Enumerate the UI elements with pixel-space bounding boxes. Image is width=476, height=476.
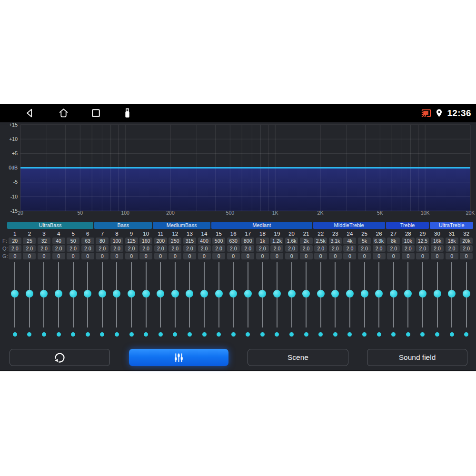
band-number: 28 bbox=[405, 230, 411, 238]
band-gain-value: 0 bbox=[169, 253, 181, 259]
gain-slider[interactable] bbox=[430, 261, 445, 340]
slider-knob[interactable] bbox=[331, 290, 339, 298]
slider-knob[interactable] bbox=[229, 290, 237, 298]
gain-slider[interactable] bbox=[328, 261, 343, 340]
slider-knob[interactable] bbox=[40, 290, 48, 298]
gain-slider[interactable] bbox=[182, 261, 197, 340]
gain-slider[interactable] bbox=[37, 261, 51, 340]
home-icon[interactable] bbox=[58, 107, 69, 119]
gain-slider[interactable] bbox=[357, 261, 372, 340]
gain-slider[interactable] bbox=[270, 261, 285, 340]
scene-button[interactable]: Scene bbox=[248, 349, 348, 366]
band-number: 25 bbox=[361, 230, 367, 238]
recents-icon[interactable] bbox=[90, 107, 102, 119]
band-group-label: UltraTreble bbox=[439, 222, 465, 228]
gain-slider[interactable] bbox=[153, 261, 168, 340]
svg-text:100: 100 bbox=[121, 210, 129, 216]
band-q-value: 2.0 bbox=[38, 245, 50, 252]
gain-slider[interactable] bbox=[313, 261, 328, 340]
band-gain-value: 0 bbox=[227, 253, 240, 259]
slider-knob[interactable] bbox=[390, 290, 397, 298]
gain-slider[interactable] bbox=[80, 261, 95, 340]
gain-slider[interactable] bbox=[386, 261, 401, 340]
slider-knob[interactable] bbox=[463, 290, 470, 298]
slider-knob[interactable] bbox=[11, 290, 19, 298]
slider-min-dot bbox=[57, 332, 61, 337]
gain-slider[interactable] bbox=[211, 261, 226, 340]
slider-knob[interactable] bbox=[302, 290, 310, 298]
slider-min-dot bbox=[347, 332, 352, 337]
gain-slider[interactable] bbox=[139, 261, 153, 340]
svg-text:2K: 2K bbox=[317, 210, 324, 216]
gain-slider[interactable] bbox=[372, 261, 387, 340]
band-column: 191.2k2.00 bbox=[270, 230, 285, 260]
slider-knob[interactable] bbox=[171, 290, 179, 298]
slider-knob[interactable] bbox=[142, 290, 150, 298]
band-gain-value: 0 bbox=[198, 253, 211, 259]
gain-slider[interactable] bbox=[226, 261, 241, 340]
slider-min-dot bbox=[144, 332, 148, 337]
slider-knob[interactable] bbox=[157, 290, 164, 298]
slider-knob[interactable] bbox=[215, 290, 223, 298]
band-number: 22 bbox=[317, 230, 324, 238]
gain-slider[interactable] bbox=[401, 261, 416, 340]
band-gain-value: 0 bbox=[329, 253, 342, 259]
slider-min-dot bbox=[159, 332, 163, 337]
gain-slider[interactable] bbox=[459, 261, 474, 340]
slider-knob[interactable] bbox=[434, 290, 441, 298]
band-q-value: 2.0 bbox=[154, 245, 167, 252]
slider-knob[interactable] bbox=[128, 290, 135, 298]
gain-slider[interactable] bbox=[124, 261, 139, 340]
band-frequency-value: 200 bbox=[154, 238, 167, 244]
slider-knob[interactable] bbox=[375, 290, 383, 298]
slider-knob[interactable] bbox=[55, 290, 62, 298]
gain-slider[interactable] bbox=[299, 261, 314, 340]
gain-slider[interactable] bbox=[241, 261, 256, 340]
slider-knob[interactable] bbox=[317, 290, 325, 298]
slider-min-dot bbox=[100, 332, 104, 337]
band-gain-value: 0 bbox=[285, 253, 298, 259]
slider-knob[interactable] bbox=[113, 290, 120, 298]
gain-slider[interactable] bbox=[66, 261, 80, 340]
gain-slider[interactable] bbox=[8, 261, 22, 340]
band-group-bass: Bass bbox=[94, 222, 152, 229]
band-q-value: 2.0 bbox=[212, 245, 225, 252]
reset-button[interactable] bbox=[10, 349, 110, 366]
equalizer-button[interactable] bbox=[129, 349, 228, 366]
gain-slider[interactable] bbox=[51, 261, 66, 340]
slider-knob[interactable] bbox=[448, 290, 456, 298]
slider-knob[interactable] bbox=[99, 290, 106, 298]
slider-knob[interactable] bbox=[361, 290, 368, 298]
sound-field-button[interactable]: Sound field bbox=[367, 349, 467, 366]
gain-slider[interactable] bbox=[416, 261, 430, 340]
back-icon[interactable] bbox=[24, 107, 36, 119]
slider-knob[interactable] bbox=[419, 290, 426, 298]
slider-knob[interactable] bbox=[200, 290, 208, 298]
slider-knob[interactable] bbox=[346, 290, 354, 298]
gain-slider[interactable] bbox=[197, 261, 212, 340]
slider-knob[interactable] bbox=[69, 290, 77, 298]
slider-knob[interactable] bbox=[288, 290, 296, 298]
gain-slider[interactable] bbox=[168, 261, 183, 340]
curve-fill bbox=[20, 168, 470, 211]
gain-slider[interactable] bbox=[22, 261, 37, 340]
band-frequency-value: 6.3k bbox=[373, 238, 386, 244]
band-number: 17 bbox=[245, 230, 251, 238]
slider-knob[interactable] bbox=[186, 290, 193, 298]
slider-knob[interactable] bbox=[258, 290, 266, 298]
band-column: 3118k2.00 bbox=[445, 230, 459, 260]
slider-knob[interactable] bbox=[273, 290, 281, 298]
gain-slider[interactable] bbox=[95, 261, 110, 340]
gain-slider[interactable] bbox=[284, 261, 299, 340]
band-column: 178002.00 bbox=[241, 230, 256, 260]
gain-slider[interactable] bbox=[255, 261, 270, 340]
slider-knob[interactable] bbox=[26, 290, 33, 298]
gain-slider[interactable] bbox=[343, 261, 357, 340]
gain-slider[interactable] bbox=[445, 261, 459, 340]
slider-knob[interactable] bbox=[84, 290, 91, 298]
svg-text:10K: 10K bbox=[421, 210, 430, 216]
band-q-value: 2.0 bbox=[9, 245, 21, 252]
slider-knob[interactable] bbox=[244, 290, 252, 298]
slider-knob[interactable] bbox=[404, 290, 412, 298]
gain-slider[interactable] bbox=[109, 261, 124, 340]
